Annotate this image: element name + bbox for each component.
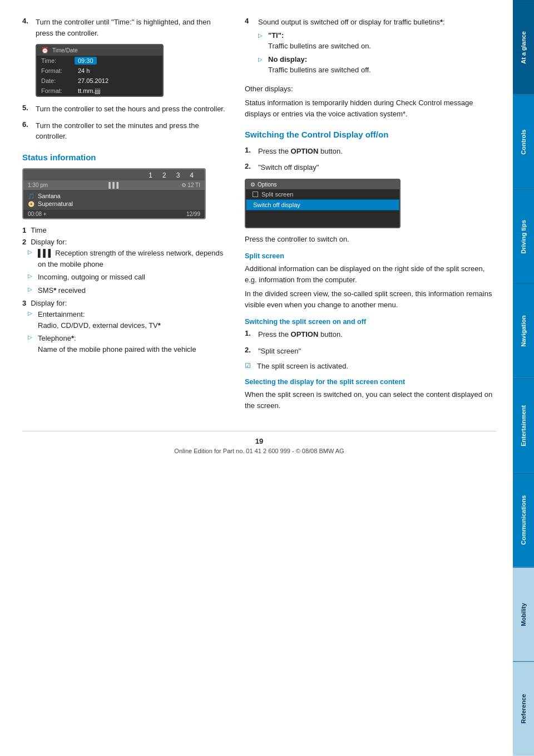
options-header: ⚙ Options xyxy=(246,180,399,189)
sidebar-tab-entertainment[interactable]: Entertainment xyxy=(513,378,534,473)
step-6: 6. Turn the controller to set the minute… xyxy=(22,120,228,142)
switch-display-step2: 2. "Switch off display" xyxy=(245,162,496,173)
split-step2-text: "Split screen" xyxy=(258,346,496,357)
step-4-right-content: Sound output is switched off or display … xyxy=(258,17,496,78)
other-displays: Other displays: Status information is te… xyxy=(245,84,496,120)
sidebar-tab-driving-tips[interactable]: Driving tips xyxy=(513,189,534,284)
td-label-format2: Format: xyxy=(41,87,75,94)
sidebar-tab-at-a-glance[interactable]: At a glance xyxy=(513,0,534,95)
checkmark-icon: ☑ xyxy=(245,362,254,370)
opt-row-splitscreen: Split screen xyxy=(246,189,399,199)
other-displays-text: Status information is temporarily hidden… xyxy=(245,97,496,119)
arrow-icon-nodisplay: ▷ xyxy=(258,55,266,76)
timedate-screen: ⏰ Time/Date Time: 09:30 Format: 24 h Dat… xyxy=(36,44,164,97)
td-value-format2: tt.mm.jjjj xyxy=(75,87,103,95)
status-row-santana: 🎵 Santana xyxy=(28,192,200,200)
legend-label-2: Display for: xyxy=(31,238,67,246)
ti-text: Traffic bulletins are switched on. xyxy=(268,42,371,50)
arrow-icon-2: ▷ xyxy=(28,273,36,283)
switch-display-step1-num: 1. xyxy=(245,146,255,157)
sidebar-tab-reference[interactable]: Reference xyxy=(513,661,534,756)
legend-2-bullet-1: ▷ ▌▌▌ Reception strength of the wireless… xyxy=(28,248,228,269)
sidebar-tab-controls[interactable]: Controls xyxy=(513,95,534,189)
legend-num-2: 2 xyxy=(22,238,26,246)
legend-label-3: Display for: xyxy=(31,299,67,307)
legend-item-1: 1 Time xyxy=(22,226,228,234)
legend-2-bullets: ▷ ▌▌▌ Reception strength of the wireless… xyxy=(28,248,228,296)
page-number: 19 xyxy=(22,437,496,445)
sidebar-tab-mobility[interactable]: Mobility xyxy=(513,567,534,662)
status-section-title: Status information xyxy=(22,152,228,163)
switching-display-title: Switching the Control Display off/on xyxy=(245,129,496,140)
legend-num-1: 1 xyxy=(22,226,26,234)
td-value-time: 09:30 xyxy=(75,57,97,65)
timedate-screen-container: ⏰ Time/Date Time: 09:30 Format: 24 h Dat… xyxy=(36,44,228,97)
main-content: 4. Turn the controller until "Time:" is … xyxy=(0,0,513,471)
options-screen-container: ⚙ Options Split screen Switch off displa… xyxy=(245,179,496,228)
status-screen: 1 2 3 4 1:30 pm ▌▌▌ ⚙ 12 TI 🎵 xyxy=(22,168,206,219)
switch-display-step2-text: "Switch off display" xyxy=(258,162,496,173)
channel-display: ⚙ 12 TI xyxy=(181,182,200,188)
sidebar-tab-communications[interactable]: Communications xyxy=(513,473,534,567)
time-display: 1:30 pm xyxy=(28,182,48,188)
options-screen: ⚙ Options Split screen Switch off displa… xyxy=(245,179,400,228)
selecting-display-title: Selecting the display for the split scre… xyxy=(245,378,496,386)
bullet-nodisplay: ▷ No display: Traffic bulletins are swit… xyxy=(258,54,496,76)
footer-text: Online Edition for Part no. 01 41 2 600 … xyxy=(22,448,496,454)
arrow-icon-3: ▷ xyxy=(28,286,36,296)
split-activated-text: The split screen is activated. xyxy=(257,362,348,370)
legend-3-bullet-1-text: Entertainment:Radio, CD/DVD, external de… xyxy=(38,309,228,331)
step-4-num: 4. xyxy=(22,17,32,38)
sidebar-tab-navigation[interactable]: Navigation xyxy=(513,283,534,378)
split-step1-num: 1. xyxy=(245,329,255,340)
clock-icon: ⏰ xyxy=(41,47,49,54)
td-label-format1: Format: xyxy=(41,67,75,74)
other-displays-title: Other displays: xyxy=(245,84,496,95)
arrow-icon-4: ▷ xyxy=(28,310,36,331)
step-5: 5. Turn the controller to set the hours … xyxy=(22,104,228,115)
split-step1: 1. Press the OPTION button. xyxy=(245,329,496,340)
step-6-text: Turn the controller to set the minutes a… xyxy=(36,120,228,142)
status-row-supernatural: 📀 Supernatural xyxy=(28,200,200,208)
split-screen-text2: In the divided screen view, the so-calle… xyxy=(245,288,496,310)
step-4-right-num: 4 xyxy=(245,17,255,78)
legend-2-bullet-2-text: Incoming, outgoing or missed call xyxy=(38,272,228,283)
opt-row-switchoff: Switch off display xyxy=(246,199,399,210)
timedate-header-label: Time/Date xyxy=(52,47,78,53)
td-row-format2: Format: tt.mm.jjjj xyxy=(37,86,162,96)
splitscreen-checkbox xyxy=(253,192,258,197)
status-num-1: 1 xyxy=(149,171,152,179)
legend-2-bullet-3-text: SMS* received xyxy=(38,285,228,296)
step-4-right: 4 Sound output is switched off or displa… xyxy=(245,17,496,78)
legend-2-bullet-3: ▷ SMS* received xyxy=(28,285,228,296)
td-label-time: Time: xyxy=(41,57,75,64)
legend-num-3: 3 xyxy=(22,299,26,307)
options-icon: ⚙ xyxy=(250,181,255,188)
td-row-date: Date: 27.05.2012 xyxy=(37,76,162,86)
arrow-icon-1: ▷ xyxy=(28,249,36,269)
status-num-3: 3 xyxy=(176,171,180,179)
td-value-date: 27.05.2012 xyxy=(75,77,112,85)
split-step2: 2. "Split screen" xyxy=(245,346,496,357)
status-num-2: 2 xyxy=(162,171,166,179)
step-4-text: Turn the controller until "Time:" is hig… xyxy=(36,17,228,38)
nodisplay-text: Traffic bulletins are switched off. xyxy=(268,66,371,74)
options-header-label: Options xyxy=(258,181,276,188)
press-controller-text: Press the controller to switch on. xyxy=(245,234,496,245)
track-time: 00:08 + xyxy=(28,211,47,217)
td-value-format1: 24 h xyxy=(75,67,93,75)
track-number: 12/99 xyxy=(186,211,200,217)
bullet-ti-content: "TI": Traffic bulletins are switched on. xyxy=(268,30,496,52)
legend-3-bullet-2: ▷ Telephone*:Name of the mobile phone pa… xyxy=(28,333,228,355)
disc-icon: 📀 xyxy=(28,201,34,207)
legend-2-bullet-1-text: ▌▌▌ Reception strength of the wireless n… xyxy=(38,248,228,269)
status-content: 🎵 Santana 📀 Supernatural xyxy=(23,190,205,210)
legend-label-1: Time xyxy=(31,226,46,234)
album-name: Supernatural xyxy=(38,200,73,207)
opt-splitscreen-label: Split screen xyxy=(261,191,293,198)
legend-list: 1 Time 2 Display for: ▷ ▌▌▌ Reception st… xyxy=(22,226,228,355)
status-numbers-bar: 1 2 3 4 xyxy=(23,169,205,180)
switch-display-step1: 1. Press the OPTION button. xyxy=(245,146,496,157)
step-4-right-text: Sound output is switched off or display … xyxy=(258,18,445,26)
td-row-time: Time: 09:30 xyxy=(37,56,162,66)
